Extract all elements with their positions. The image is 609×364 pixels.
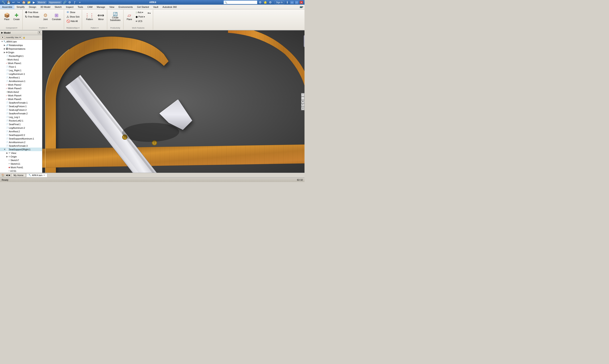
close-btn[interactable]: ✕ — [299, 1, 303, 4]
collapse-icon[interactable]: ▶ — [1, 31, 3, 34]
fit-btn[interactable]: ⊡ — [301, 107, 304, 110]
tree-saf1[interactable]: ▶ 📄 SeatArmFemale:1 — [0, 101, 42, 104]
minimize-btn[interactable]: — — [290, 1, 294, 4]
component-group-label[interactable]: Component ▾ — [2, 26, 21, 29]
tree-ark4[interactable]: ▼ 🔧 ARK4.iam — [0, 40, 42, 43]
joint-button[interactable]: ⚙ Joint — [41, 10, 50, 24]
expand-ss2r1[interactable]: ▼ — [3, 148, 6, 151]
constrain-button[interactable]: ⊞ Constrain — [51, 10, 63, 24]
tree-wp2[interactable]: ▶ ▱ Work Plane2 — [0, 83, 42, 86]
expand-ark4[interactable]: ▼ — [1, 40, 3, 43]
search-box[interactable]: 🔍 — [224, 0, 257, 4]
tree-seatfinal[interactable]: ▶ 📄 SeatFinal:1 — [0, 122, 42, 126]
tree-origin2[interactable]: ▶ ⊕ Origin — [0, 155, 42, 158]
tree-representations[interactable]: ▶ 🖼 Representations — [0, 47, 42, 51]
expand-origin2[interactable]: ▶ — [6, 155, 8, 158]
assembly-view-dropdown[interactable]: Assembly View ▼ — [5, 36, 22, 39]
tree-rockerleft[interactable]: ▶ 📄 RockerLeft2:1 — [0, 119, 42, 122]
zoom-in-btn[interactable]: + — [301, 93, 304, 96]
tab-myhome[interactable]: My Home — [11, 173, 26, 177]
icon3-btn[interactable]: ƒ — [73, 0, 77, 4]
tree-ss22[interactable]: ▶ 📄 SeatSupport2:2 — [0, 133, 42, 137]
pattern-button[interactable]: ⋮⋮ Pattern — [83, 10, 96, 24]
filter-icon[interactable]: ▼ — [1, 36, 4, 39]
expand-rel[interactable]: ▶ — [3, 44, 6, 46]
tree-workplane1[interactable]: ▶ ▱ Work Plane1 — [0, 61, 42, 65]
tree-wa2[interactable]: ▶ ↕ Work Axis2 — [0, 90, 42, 94]
icon2-btn[interactable]: ⚙ — [68, 0, 72, 4]
menu-cam[interactable]: CAM — [85, 5, 94, 9]
menu-3dmodel[interactable]: 3D Model — [38, 5, 53, 9]
tree-floor[interactable]: ▶ 📄 Floor:1 — [0, 65, 42, 68]
tree-ssa1[interactable]: ▶ 📄 SeatSupportAluminum:1 — [0, 137, 42, 140]
tree-aa2[interactable]: ▶ 📄 ArmAluminum:2 — [0, 140, 42, 144]
expand-origin[interactable]: ▶ — [3, 51, 6, 53]
tree-saf2[interactable]: ▶ 📄 SeatArmFemale:2 — [0, 112, 42, 115]
icon1-btn[interactable]: 🔗 — [63, 0, 67, 4]
tree-origin[interactable]: ▶ ⊕ Origin — [0, 51, 42, 54]
tree-armalum1[interactable]: ▶ 📄 ArmAluminum:1 — [0, 79, 42, 83]
tree-ll1[interactable]: ▶ 📄 Leg_Leg:1 — [0, 115, 42, 119]
info-btn[interactable]: ℹ — [285, 0, 289, 4]
ark4-tab-close[interactable]: ✕ — [43, 174, 45, 176]
tree-slf1[interactable]: ▶ 📄 SeatLegFixture:1 — [0, 104, 42, 108]
position-group-label[interactable]: Position ▾ — [24, 26, 63, 29]
view-options[interactable]: 📺▾ — [300, 6, 304, 8]
tree-wp3[interactable]: ▶ ▱ Work Plane3 — [0, 86, 42, 90]
pan-btn[interactable]: ✥ — [301, 100, 304, 103]
menu-tools[interactable]: Tools — [76, 5, 85, 9]
orbit-btn[interactable]: ↻ — [301, 104, 304, 106]
icon4-btn[interactable]: + — [78, 0, 82, 4]
menu-view[interactable]: View — [107, 5, 117, 9]
app-icon[interactable]: 🔧 — [1, 0, 5, 4]
tree-armrest1[interactable]: ▶ 📄 ArmRest:1 — [0, 76, 42, 79]
create-button[interactable]: ✚ Create — [12, 10, 21, 24]
relationships-group-label[interactable]: Relationships ▾ — [65, 26, 81, 29]
tree-la2[interactable]: ▶ 📄 LegAluminum:2 — [0, 126, 42, 130]
menu-autodesk360[interactable]: Autodesk 360 — [160, 5, 179, 9]
free-rotate-button[interactable]: ↻ Free Rotate — [24, 14, 40, 19]
tree-legalum1[interactable]: ▶ 📄 LegAluminum:1 — [0, 72, 42, 76]
menu-assemble[interactable]: Assemble — [0, 5, 14, 9]
undo-btn[interactable]: ↩ — [12, 0, 16, 4]
place-button[interactable]: 📦 Place — [2, 10, 12, 24]
tree-legright[interactable]: ▶ 📄 Leg_Right:1 — [0, 68, 42, 72]
maximize-btn[interactable]: □ — [295, 1, 299, 4]
lock-icon[interactable]: 🔒 — [22, 36, 26, 39]
axis-button[interactable]: ↕ Axis ▾ — [134, 10, 146, 14]
new-btn[interactable]: ▶ — [32, 0, 36, 4]
pattern-group-label[interactable]: Pattern ▾ — [83, 26, 106, 29]
tree-wp1-sub[interactable]: ▶ ◆ Work Point1 — [0, 166, 42, 169]
appearance-dropdown[interactable]: Appearance — [48, 1, 62, 4]
redo-btn[interactable]: ↪ — [16, 0, 21, 4]
mirror-button[interactable]: ⟺ Mirror — [96, 10, 106, 24]
expand-view[interactable]: ▶ — [6, 152, 8, 154]
tree-sketch11[interactable]: ▶ ✏ Sketch11 — [0, 162, 42, 166]
star-btn[interactable]: ⭐ — [263, 0, 267, 4]
material-dropdown[interactable]: Material — [37, 1, 47, 4]
home-qa-btn[interactable]: 🏠 — [22, 0, 26, 4]
tree-view[interactable]: ▶ 👁 View: — [0, 151, 42, 155]
open-btn[interactable]: 📁 — [27, 0, 31, 4]
expand-repr[interactable]: ▶ — [3, 48, 6, 50]
tree-ucs1[interactable]: ▶ ⌖ UCS1 — [0, 169, 42, 173]
tree-sketch7[interactable]: ▶ ✏ Sketch7 — [0, 158, 42, 162]
browser-help-btn[interactable]: ? — [38, 31, 41, 34]
show-button[interactable]: 👁 Show — [65, 10, 81, 14]
nav-cube[interactable]: TOP L R — [304, 35, 304, 47]
save-btn[interactable]: 💾 — [6, 0, 11, 4]
tree-ar2[interactable]: ▶ 📄 ArmRest:2 — [0, 130, 42, 133]
tree-saf3[interactable]: ▶ 📄 SeatArmFemale:3 — [0, 144, 42, 148]
tab-prev-btn[interactable]: ◀ — [5, 174, 8, 176]
settings-btn[interactable]: ⚙ — [268, 0, 273, 4]
menu-getstarted[interactable]: Get Started — [135, 5, 151, 9]
sign-in-btn[interactable]: Sign In — [275, 1, 284, 4]
menu-design[interactable]: Design — [27, 5, 38, 9]
viewport[interactable]: TOP L R X Y Z + - ✥ ↻ ⊡ — [42, 30, 304, 173]
menu-simplify[interactable]: Simplify — [14, 5, 27, 9]
tree-wp5[interactable]: ▶ ▱ Work Plane5 — [0, 97, 42, 101]
point-button[interactable]: ◆ Point ▾ — [134, 14, 146, 19]
home-tab-btn[interactable]: 🏠 — [1, 173, 5, 177]
tree-slf2[interactable]: ▶ 📄 SeatLegFixture:2 — [0, 108, 42, 112]
tree-relationships[interactable]: ▶ 🔗 Relationships — [0, 43, 42, 47]
